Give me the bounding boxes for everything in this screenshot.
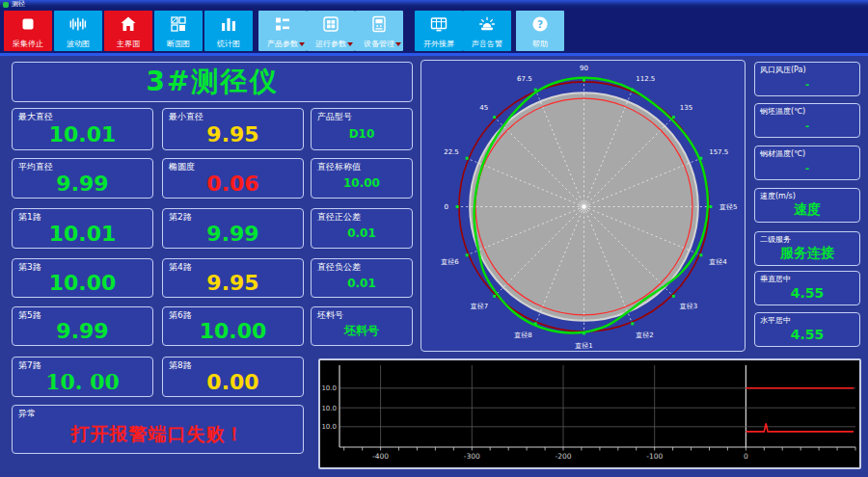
gauge-title-panel: 3#测径仪 [12, 62, 413, 102]
status-value: - [755, 72, 859, 95]
metric-box-直径负公差: 直径负公差0.01 [311, 258, 413, 298]
cross-section-panel: 022.54567.590112.5135157.5直径5直径4直径3直径2直径… [420, 60, 746, 352]
waveform-icon [68, 14, 88, 34]
svg-text:10.0: 10.0 [321, 384, 337, 392]
metric-box-最大直径: 最大直径10.01 [12, 108, 153, 150]
status-box-钢材温度(℃): 钢材温度(℃)- [754, 146, 860, 180]
toolbar-button-4[interactable]: 断面图 [154, 11, 203, 51]
gauge-title: 3#测径仪 [147, 64, 279, 100]
toolbar-button-label: 断面图 [154, 40, 203, 48]
toolbar-button-10[interactable]: 声音告警 [463, 11, 511, 51]
alarm-icon [477, 14, 497, 34]
metric-box-第8路: 第8路0.00 [162, 357, 304, 397]
svg-text:90: 90 [580, 64, 588, 72]
metric-value: 10. 00 [13, 367, 152, 396]
cross-section-chart: 022.54567.590112.5135157.5直径5直径4直径3直径2直径… [421, 61, 745, 351]
svg-text:112.5: 112.5 [636, 74, 655, 83]
svg-text:直径5: 直径5 [719, 202, 738, 211]
status-value: 4.55 [755, 323, 859, 346]
toolbar: 采集停止波动图主界面断面图统计图产品参数运行参数设备管理开外接屏声音告警?帮助 [0, 9, 868, 53]
toolbar-button-5[interactable]: 统计图 [204, 11, 253, 51]
status-box-水平居中: 水平居中4.55 [754, 312, 860, 347]
dropdown-arrow-icon [299, 42, 305, 46]
metric-value: 0.01 [312, 269, 412, 297]
run-params-icon [321, 14, 340, 34]
svg-text:直径4: 直径4 [709, 257, 727, 266]
device-icon [369, 14, 389, 34]
metric-value: 9.99 [163, 219, 303, 248]
toolbar-button-label: 开外接屏 [415, 40, 463, 48]
metric-box-第6路: 第6路10.00 [162, 306, 304, 346]
metric-value: 打开报警端口失败！ [13, 415, 303, 453]
svg-text:22.5: 22.5 [444, 147, 459, 156]
toolbar-button-6[interactable]: 产品参数 [258, 11, 307, 51]
toolbar-button-label: 波动图 [54, 40, 102, 48]
toolbar-separator [0, 53, 868, 56]
window-title: 测径 [12, 1, 25, 8]
svg-text:10.0: 10.0 [321, 423, 337, 431]
help-icon: ? [530, 14, 550, 34]
metric-box-平均直径: 平均直径9.99 [12, 158, 153, 199]
status-value: - [755, 114, 859, 137]
metric-box-第4路: 第4路9.95 [162, 258, 304, 298]
svg-text:直径3: 直径3 [680, 302, 697, 310]
external-screen-icon [429, 14, 448, 34]
metric-value: 9.95 [163, 269, 303, 297]
metric-box-第3路: 第3路10.00 [12, 258, 153, 298]
toolbar-button-label: 采集停止 [4, 40, 52, 48]
toolbar-button-3[interactable]: 主界面 [104, 11, 152, 51]
metric-box-产品型号: 产品型号D10 [311, 108, 413, 150]
metric-value: 9.99 [13, 317, 152, 345]
metric-value: 0.06 [163, 169, 303, 198]
svg-text:45: 45 [479, 103, 488, 112]
status-value: - [755, 156, 859, 179]
toolbar-button-8[interactable]: 设备管理 [355, 11, 403, 51]
svg-text:-100: -100 [646, 452, 663, 461]
toolbar-button-11[interactable]: ?帮助 [516, 11, 564, 51]
stop-icon [18, 14, 38, 34]
product-params-icon [273, 14, 292, 34]
status-value: 4.55 [755, 281, 859, 305]
svg-text:0: 0 [445, 202, 448, 211]
title-bar: 测径 [0, 0, 868, 9]
svg-text:-300: -300 [464, 452, 480, 461]
svg-text:135: 135 [680, 103, 692, 112]
svg-text:直径2: 直径2 [636, 331, 654, 339]
metric-box-直径正公差: 直径正公差0.01 [311, 208, 413, 249]
toolbar-button-7[interactable]: 运行参数 [307, 11, 355, 51]
metric-box-直径标称值: 直径标称值10.00 [311, 158, 413, 199]
metric-value: 9.99 [13, 169, 152, 198]
metric-box-坯料号: 坯料号坯料号 [311, 306, 413, 346]
metric-value: 10.01 [13, 119, 152, 149]
app-icon [3, 2, 9, 8]
status-box-风口风压(Pa): 风口风压(Pa)- [754, 62, 860, 96]
metric-value: 9.95 [163, 119, 303, 149]
metric-box-异常: 异常打开报警端口失败！ [12, 405, 304, 454]
svg-text:直径8: 直径8 [514, 331, 532, 339]
svg-text:直径6: 直径6 [441, 257, 459, 266]
toolbar-button-label: 帮助 [516, 40, 564, 48]
metric-value: 10.00 [13, 269, 152, 297]
svg-text:直径1: 直径1 [575, 341, 593, 350]
dropdown-arrow-icon [395, 42, 401, 46]
dropdown-arrow-icon [347, 42, 353, 46]
main-window: 测径 采集停止波动图主界面断面图统计图产品参数运行参数设备管理开外接屏声音告警?… [0, 0, 868, 477]
metric-box-最小直径: 最小直径9.95 [162, 108, 304, 150]
toolbar-button-label: 声音告警 [463, 40, 511, 48]
svg-text:直径7: 直径7 [471, 302, 489, 310]
svg-text:0: 0 [744, 452, 748, 461]
section-icon [169, 14, 188, 34]
home-icon [119, 14, 138, 34]
toolbar-button-9[interactable]: 开外接屏 [415, 11, 463, 51]
toolbar-button-1[interactable]: 采集停止 [4, 11, 52, 51]
status-box-二级服务: 二级服务服务连接 [754, 231, 860, 266]
metric-value: 0.01 [312, 219, 412, 248]
status-box-垂直居中: 垂直居中4.55 [754, 271, 860, 305]
status-value: 服务连接 [755, 242, 859, 265]
svg-text:67.5: 67.5 [517, 74, 532, 83]
status-box-钢坯温度(℃): 钢坯温度(℃)- [754, 103, 860, 138]
status-box-速度(m/s): 速度(m/s)速度 [754, 188, 860, 223]
toolbar-button-2[interactable]: 波动图 [54, 11, 102, 51]
metric-value: 坯料号 [312, 317, 412, 345]
metric-box-第5路: 第5路9.99 [12, 306, 153, 346]
